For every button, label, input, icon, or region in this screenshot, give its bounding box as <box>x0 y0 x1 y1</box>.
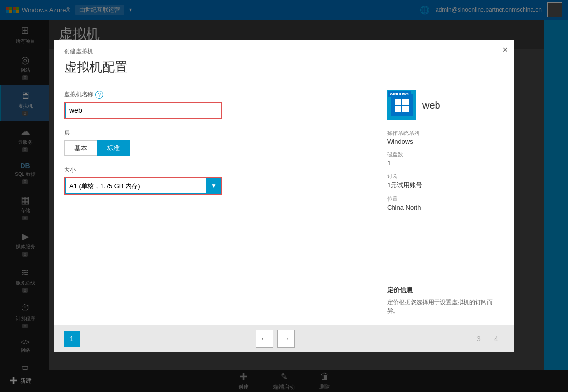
tier-buttons: 基本 标准 <box>64 140 367 156</box>
disk-label: 磁盘数 <box>387 151 504 158</box>
disk-section: 磁盘数 1 <box>387 151 504 167</box>
right-steps: 3 4 <box>471 331 504 347</box>
modal-title: 虚拟机配置 <box>64 59 504 76</box>
disk-value: 1 <box>387 159 504 167</box>
step-3-indicator[interactable]: 3 <box>471 331 486 347</box>
modal: 创建虚拟机 虚拟机配置 × 虚拟机名称 ? <box>54 40 514 352</box>
size-select[interactable]: A1 (单核，1.75 GB 内存) A2 (双核，3.5 GB 内存) A3 … <box>65 178 221 194</box>
vm-name-label: 虚拟机名称 ? <box>64 90 367 99</box>
modal-footer: 1 ← → 3 4 <box>54 325 514 352</box>
modal-close-button[interactable]: × <box>502 45 508 54</box>
tier-label: 层 <box>64 129 367 137</box>
nav-buttons: ← → <box>256 330 295 348</box>
windows-badge: WINDOWS <box>388 91 411 97</box>
location-value: China North <box>387 204 504 211</box>
info-panel: WINDOWS web 操作系统系列 <box>377 81 514 325</box>
vm-name-input[interactable] <box>65 103 221 118</box>
pricing-section: 定价信息 定价根据您选择用于设置虚拟机的订阅而异。 <box>387 286 504 315</box>
location-section: 位置 China North <box>387 196 504 211</box>
info-divider <box>387 280 504 280</box>
windows-logo-icon <box>394 97 410 113</box>
size-label-text: 大小 <box>64 166 76 174</box>
tier-label-text: 层 <box>64 129 70 137</box>
vm-thumbnail: WINDOWS <box>387 90 416 120</box>
subscription-value: 1元试用账号 <box>387 181 504 190</box>
modal-body: 虚拟机名称 ? 层 基本 标准 <box>54 81 514 325</box>
modal-breadcrumb: 创建虚拟机 <box>64 47 504 56</box>
os-section: 操作系统系列 Windows <box>387 130 504 145</box>
vm-icon-inner <box>391 94 413 116</box>
size-group: 大小 A1 (单核，1.75 GB 内存) A2 (双核，3.5 GB 内存) … <box>64 166 367 195</box>
modal-header: 创建虚拟机 虚拟机配置 × <box>54 40 514 81</box>
location-label: 位置 <box>387 196 504 203</box>
subscription-section: 订阅 1元试用账号 <box>387 173 504 190</box>
form-panel: 虚拟机名称 ? 层 基本 标准 <box>54 81 377 325</box>
tier-group: 层 基本 标准 <box>64 129 367 156</box>
step-indicators: 1 <box>64 331 80 347</box>
svg-rect-3 <box>402 106 409 112</box>
size-label: 大小 <box>64 166 367 174</box>
step-1-indicator[interactable]: 1 <box>64 331 80 347</box>
vm-name-label-text: 虚拟机名称 <box>64 90 93 99</box>
vm-name-input-wrapper <box>64 102 222 119</box>
tier-basic-button[interactable]: 基本 <box>64 140 97 156</box>
subscription-label: 订阅 <box>387 173 504 180</box>
os-value: Windows <box>387 138 504 145</box>
size-select-wrapper: A1 (单核，1.75 GB 内存) A2 (双核，3.5 GB 内存) A3 … <box>64 177 222 195</box>
svg-rect-1 <box>402 99 409 105</box>
os-label: 操作系统系列 <box>387 130 504 137</box>
modal-overlay: 创建虚拟机 虚拟机配置 × 虚拟机名称 ? <box>0 0 568 392</box>
pricing-text: 定价根据您选择用于设置虚拟机的订阅而异。 <box>387 298 504 315</box>
tier-standard-button[interactable]: 标准 <box>97 140 130 156</box>
step-4-indicator[interactable]: 4 <box>488 331 504 347</box>
next-button[interactable]: → <box>277 330 295 348</box>
svg-rect-2 <box>395 106 401 112</box>
prev-button[interactable]: ← <box>256 330 273 348</box>
vm-info-header: WINDOWS web <box>387 90 504 120</box>
vm-info-name: web <box>422 100 440 111</box>
help-icon[interactable]: ? <box>95 91 103 99</box>
pricing-title: 定价信息 <box>387 286 504 295</box>
svg-rect-0 <box>395 99 401 105</box>
vm-name-group: 虚拟机名称 ? <box>64 90 367 119</box>
size-select-container: A1 (单核，1.75 GB 内存) A2 (双核，3.5 GB 内存) A3 … <box>65 178 221 194</box>
